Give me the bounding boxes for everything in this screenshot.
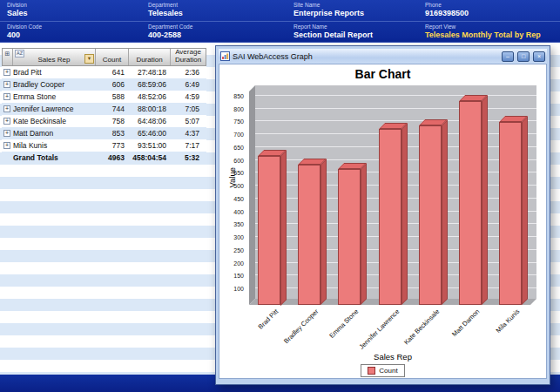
- cell-duration: 68:59:06: [128, 80, 170, 89]
- cell-count: 853: [95, 129, 128, 138]
- column-header-average-duration[interactable]: Average Duration: [171, 49, 206, 65]
- cell-count: 758: [95, 117, 128, 125]
- cell-duration: 48:52:06: [128, 92, 170, 101]
- table-row: +Brad Pitt64127:48:182:36: [2, 66, 206, 78]
- field-site-name: Site Name Enterprise Reports: [293, 2, 364, 17]
- y-ticks: 1001502002503003504004505005506006507007…: [223, 85, 246, 299]
- table-row: +Mila Kunis77393:51:007:17: [2, 139, 206, 152]
- column-header-count[interactable]: Count: [96, 49, 129, 65]
- chart-bar[interactable]: [298, 165, 320, 305]
- y-tick-label: 100: [221, 286, 244, 292]
- field-department: Department Telesales: [148, 2, 183, 17]
- chart-bar[interactable]: [258, 156, 280, 306]
- table-row: +Matt Damon85365:46:004:37: [2, 127, 206, 139]
- plus-icon: +: [3, 142, 10, 149]
- plus-icon: +: [3, 69, 10, 76]
- field-department-code: Department Code 400-2588: [148, 24, 192, 39]
- chart-bar[interactable]: [379, 129, 401, 305]
- graph-window: SAI WebAccess Graph – □ × Bar Chart Valu…: [215, 45, 550, 385]
- field-label: Division Code: [7, 24, 42, 30]
- expand-button[interactable]: +: [2, 142, 12, 149]
- cell-duration: 88:00:18: [128, 105, 170, 113]
- field-value: Section Detail Report: [293, 30, 373, 39]
- field-label: Department Code: [148, 24, 192, 30]
- field-value: Telesales Monthly Total by Rep: [425, 30, 541, 39]
- cell-count: 773: [95, 141, 128, 150]
- chart-bar[interactable]: [499, 122, 522, 305]
- field-value: 400-2588: [148, 30, 192, 39]
- cell-duration: 458:04:54: [128, 153, 170, 162]
- chart-title: Bar Chart: [219, 67, 546, 81]
- table-row: +Jennifer Lawrence74488:00:187:05: [2, 103, 206, 115]
- expand-button[interactable]: +: [2, 93, 12, 100]
- table-row: +Emma Stone58848:52:064:59: [2, 91, 206, 103]
- cell-count: 4963: [95, 153, 128, 162]
- column-dropdown-button[interactable]: ▼: [84, 54, 94, 64]
- table-corner-cell[interactable]: ⊞: [3, 49, 13, 65]
- cell-average-duration: 5:32: [170, 153, 205, 162]
- field-division-code: Division Code 400: [7, 24, 42, 39]
- cell-sales-rep: Kate Beckinsale: [12, 117, 95, 125]
- expand-button[interactable]: +: [2, 69, 12, 76]
- y-tick-label: 650: [221, 145, 244, 151]
- cell-count: 744: [95, 105, 128, 113]
- chart-plot: 1001502002503003504004505005506006507007…: [249, 85, 536, 305]
- column-header-sales-rep[interactable]: AZ Sales Rep ▼: [13, 49, 96, 65]
- plus-icon: +: [3, 105, 10, 112]
- cell-duration: 27:48:18: [128, 68, 170, 77]
- field-value: Sales: [7, 9, 28, 17]
- header-row-1: Division Sales Department Telesales Site…: [0, 0, 560, 21]
- field-phone: Phone 9169398500: [425, 2, 469, 17]
- app-icon: [220, 51, 230, 61]
- chart-bar[interactable]: [419, 125, 442, 305]
- table-header: ⊞ AZ Sales Rep ▼ Count Duration Average …: [2, 48, 206, 66]
- cell-average-duration: 4:37: [170, 129, 205, 138]
- column-label-duration: Duration: [136, 57, 162, 64]
- x-axis-title: Sales Rep: [249, 352, 536, 362]
- cell-sales-rep: Bradley Cooper: [12, 80, 95, 89]
- field-value: 9169398500: [425, 9, 469, 17]
- legend-swatch: [368, 367, 375, 375]
- y-tick-label: 250: [221, 247, 244, 253]
- y-tick-label: 150: [221, 273, 244, 279]
- y-tick-label: 500: [221, 183, 244, 189]
- y-tick-label: 800: [221, 106, 244, 112]
- chart-bar[interactable]: [338, 169, 361, 305]
- report-header: Division Sales Department Telesales Site…: [0, 0, 560, 43]
- close-button[interactable]: ×: [533, 51, 545, 62]
- expand-button[interactable]: +: [2, 130, 12, 137]
- y-tick-label: 750: [221, 118, 244, 125]
- plus-icon: +: [3, 130, 10, 137]
- y-tick-label: 300: [221, 234, 244, 240]
- y-tick-label: 850: [221, 93, 244, 99]
- expand-button[interactable]: +: [2, 118, 12, 125]
- column-label-count: Count: [103, 57, 121, 64]
- sales-rep-table: ⊞ AZ Sales Rep ▼ Count Duration Average …: [2, 48, 206, 164]
- maximize-button[interactable]: □: [517, 51, 530, 62]
- cell-duration: 93:51:00: [128, 141, 170, 150]
- cell-duration: 64:48:06: [128, 117, 170, 125]
- y-tick-label: 350: [221, 221, 244, 227]
- cell-sales-rep: Mila Kunis: [12, 141, 95, 150]
- cell-sales-rep: Matt Damon: [12, 129, 95, 138]
- column-header-duration[interactable]: Duration: [129, 49, 171, 65]
- grid-icon: ⊞: [5, 51, 10, 57]
- field-label: Report Name: [293, 24, 373, 30]
- table-body: +Brad Pitt64127:48:182:36+Bradley Cooper…: [2, 66, 206, 164]
- window-titlebar[interactable]: SAI WebAccess Graph – □ ×: [219, 49, 547, 64]
- header-row-2: Division Code 400 Department Code 400-25…: [0, 21, 560, 43]
- cell-count: 588: [95, 92, 128, 101]
- cell-average-duration: 5:07: [170, 117, 205, 125]
- chart-bar[interactable]: [459, 101, 482, 305]
- plus-icon: +: [3, 81, 10, 88]
- window-body: Bar Chart Value 100150200250300350400450…: [219, 64, 547, 379]
- legend-wrap: Count: [219, 364, 546, 377]
- cell-sales-rep: Emma Stone: [12, 92, 95, 101]
- minimize-button[interactable]: –: [502, 51, 514, 62]
- plus-icon: +: [3, 93, 10, 100]
- table-row: Grand Totals4963458:04:545:32: [2, 152, 206, 164]
- expand-button[interactable]: +: [2, 105, 12, 112]
- sort-az-icon[interactable]: AZ: [15, 50, 24, 57]
- header-toolbar: AZ: [15, 50, 24, 57]
- expand-button[interactable]: +: [2, 81, 12, 88]
